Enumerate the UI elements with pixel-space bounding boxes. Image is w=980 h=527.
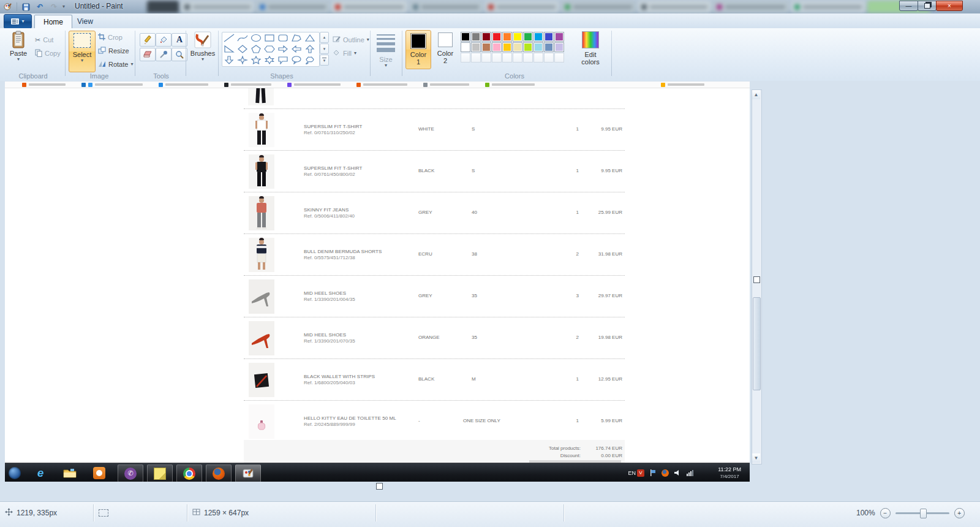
pasted-bookmarks-strip: [5, 82, 750, 88]
tools-group-label: Tools: [137, 72, 185, 80]
palette-swatch[interactable]: [523, 42, 533, 52]
tab-view[interactable]: View: [69, 15, 102, 28]
shape-line[interactable]: [222, 32, 236, 43]
qat-dropdown-icon[interactable]: ▾: [62, 5, 65, 9]
app-menu-button[interactable]: ▾: [4, 14, 32, 29]
shape-ellipse[interactable]: [249, 32, 263, 43]
palette-swatch[interactable]: [481, 32, 491, 42]
shapes-more[interactable]: ▾: [320, 55, 329, 66]
palette-swatch[interactable]: [544, 32, 554, 42]
resize-button[interactable]: Resize: [98, 45, 129, 56]
canvas-resize-handle-bottom[interactable]: [376, 483, 383, 490]
select-button[interactable]: Select▾: [69, 31, 96, 72]
shape-rounded-rectangle[interactable]: [276, 32, 290, 43]
zoom-out-button[interactable]: −: [880, 508, 891, 518]
palette-swatch[interactable]: [461, 42, 470, 52]
shapes-scroll-down[interactable]: ▾: [320, 44, 329, 55]
palette-swatch-empty[interactable]: [513, 53, 522, 63]
palette-swatch[interactable]: [471, 42, 481, 52]
copy-button[interactable]: Copy: [35, 48, 61, 59]
shape-curve[interactable]: [236, 32, 249, 43]
palette-swatch[interactable]: [492, 32, 502, 42]
scroll-up-button[interactable]: ▲: [752, 90, 760, 99]
shape-star-4[interactable]: [236, 55, 249, 66]
palette-swatch[interactable]: [502, 42, 512, 52]
shape-arrow-down[interactable]: [222, 55, 236, 66]
scrollbar-thumb[interactable]: [753, 297, 761, 390]
palette-swatch-empty[interactable]: [554, 53, 564, 63]
rotate-button[interactable]: Rotate▾: [98, 59, 133, 70]
fill-button[interactable]: Fill▾: [333, 48, 356, 59]
close-button[interactable]: ×: [936, 1, 963, 11]
paint-app-icon: [2, 2, 13, 12]
palette-swatch[interactable]: [502, 32, 512, 42]
palette-swatch-empty[interactable]: [481, 53, 491, 63]
product-thumb-skinny-jeans: [249, 196, 274, 230]
palette-swatch-empty[interactable]: [461, 53, 470, 63]
shape-pentagon[interactable]: [249, 44, 263, 54]
shape-diamond[interactable]: [236, 44, 249, 54]
eraser-tool[interactable]: [140, 48, 156, 61]
shape-rectangle[interactable]: [263, 32, 276, 43]
shape-callout-rounded[interactable]: [276, 55, 290, 66]
shape-polygon[interactable]: [290, 32, 303, 43]
zoom-in-button[interactable]: +: [954, 508, 965, 518]
color1-button[interactable]: Color 1: [405, 30, 431, 69]
palette-swatch[interactable]: [544, 42, 554, 52]
palette-swatch[interactable]: [523, 32, 533, 42]
shape-star-5[interactable]: [249, 55, 263, 66]
palette-swatch[interactable]: [533, 32, 543, 42]
palette-swatch[interactable]: [533, 42, 543, 52]
palette-swatch-empty[interactable]: [471, 53, 481, 63]
tab-home[interactable]: Home: [34, 15, 72, 29]
shape-callout-oval[interactable]: [290, 55, 303, 66]
palette-swatch[interactable]: [554, 32, 564, 42]
shape-hexagon[interactable]: [263, 44, 276, 54]
minimize-button[interactable]: —: [899, 1, 918, 11]
shapes-scroll-up[interactable]: ▴: [320, 32, 329, 43]
shape-triangle[interactable]: [303, 32, 317, 43]
size-button[interactable]: Size▾: [374, 32, 398, 67]
brush-icon: [194, 31, 212, 49]
palette-swatch[interactable]: [513, 42, 522, 52]
palette-swatch[interactable]: [461, 32, 470, 42]
edit-colors-button[interactable]: Edit colors: [575, 31, 606, 66]
product-thumb-perfume-bottle: [249, 404, 274, 439]
redo-button[interactable]: ↷: [48, 2, 59, 12]
shape-right-triangle[interactable]: [222, 44, 236, 54]
paste-button[interactable]: Paste▾: [5, 31, 32, 61]
pasted-partial-product-image: [248, 88, 274, 105]
palette-swatch-empty[interactable]: [492, 53, 502, 63]
palette-swatch[interactable]: [513, 32, 522, 42]
brushes-button[interactable]: Brushes▾: [189, 31, 217, 61]
undo-button[interactable]: ↶: [34, 2, 45, 12]
outline-button[interactable]: Outline▾: [333, 34, 369, 45]
color2-button[interactable]: Color 2: [432, 30, 458, 69]
scroll-down-button[interactable]: ▼: [752, 453, 760, 463]
save-button[interactable]: [20, 2, 31, 12]
palette-swatch[interactable]: [492, 42, 502, 52]
palette-swatch[interactable]: [481, 42, 491, 52]
palette-swatch-empty[interactable]: [502, 53, 512, 63]
shape-callout-cloud[interactable]: [303, 55, 317, 66]
restore-button[interactable]: [918, 1, 937, 11]
cut-button[interactable]: ✂Cut: [35, 34, 53, 45]
shape-star-6[interactable]: [263, 55, 276, 66]
color-picker-tool[interactable]: [156, 48, 172, 61]
zoom-slider-thumb[interactable]: [920, 509, 927, 518]
shape-arrow-up[interactable]: [303, 44, 317, 54]
shape-arrow-left[interactable]: [290, 44, 303, 54]
zoom-slider[interactable]: [895, 508, 949, 518]
drawing-canvas[interactable]: SUPERSLIM FIT T-SHIRTRef. 0/0761/310/250…: [5, 82, 750, 482]
palette-swatch[interactable]: [471, 32, 481, 42]
fill-tool[interactable]: [156, 33, 172, 47]
canvas-resize-handle-right[interactable]: [753, 276, 760, 283]
product-thumb-black-tshirt: [249, 154, 274, 189]
palette-swatch[interactable]: [554, 42, 564, 52]
crop-button[interactable]: Crop: [98, 32, 123, 43]
pencil-tool[interactable]: [140, 33, 156, 47]
palette-swatch-empty[interactable]: [523, 53, 533, 63]
palette-swatch-empty[interactable]: [544, 53, 554, 63]
shape-arrow-right[interactable]: [276, 44, 290, 54]
palette-swatch-empty[interactable]: [533, 53, 543, 63]
